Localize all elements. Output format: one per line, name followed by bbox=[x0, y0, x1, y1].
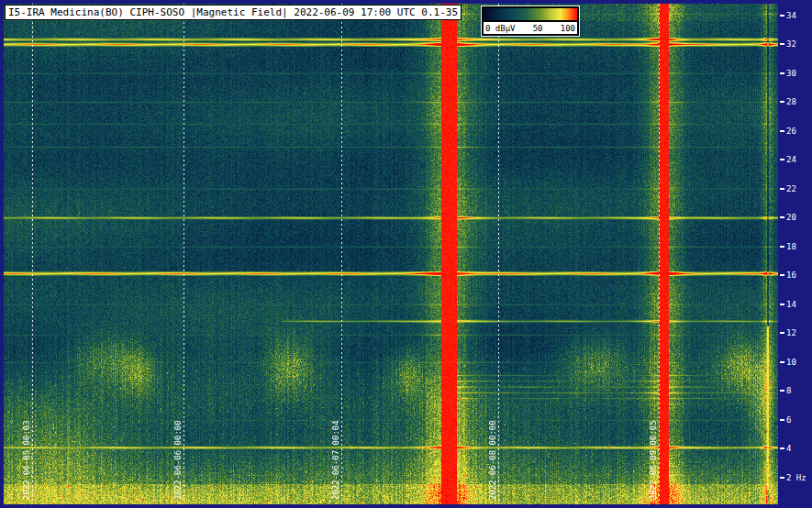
spectrogram-viewer: I5-IRA Medicina(BO) CIPH-SOSO |Magnetic … bbox=[0, 0, 812, 508]
tick-label: 12 bbox=[786, 328, 796, 337]
tick-mark bbox=[780, 246, 784, 248]
tick-label: 28 bbox=[786, 97, 796, 106]
colorbar-min-label: 0 dBµV bbox=[485, 24, 516, 33]
freq-tick: 34 bbox=[780, 11, 796, 20]
tick-label: 10 bbox=[786, 358, 796, 367]
tick-mark bbox=[780, 447, 784, 449]
tick-mark bbox=[780, 159, 784, 160]
tick-label: 26 bbox=[786, 127, 796, 136]
tick-mark bbox=[780, 101, 784, 103]
freq-tick: 10 bbox=[780, 358, 796, 367]
tick-mark bbox=[780, 390, 784, 392]
freq-tick: 28 bbox=[780, 97, 796, 106]
tick-mark bbox=[780, 188, 784, 190]
colorbar-mid-label: 50 bbox=[533, 24, 543, 33]
freq-tick: 6 bbox=[780, 415, 791, 425]
freq-tick: 26 bbox=[780, 127, 796, 136]
tick-mark bbox=[780, 332, 784, 334]
tick-mark bbox=[780, 15, 784, 17]
tick-mark bbox=[780, 361, 784, 363]
tick-mark bbox=[780, 274, 784, 276]
tick-label: 18 bbox=[786, 242, 796, 251]
tick-label: 8 bbox=[786, 386, 791, 395]
tick-label: 6 bbox=[786, 415, 791, 425]
tick-label: 30 bbox=[786, 69, 796, 78]
tick-mark bbox=[780, 304, 784, 305]
tick-label: 4 bbox=[786, 444, 791, 453]
freq-tick: 24 bbox=[780, 155, 796, 164]
tick-label: 14 bbox=[786, 300, 796, 309]
frequency-axis: 2 Hz46810121416182022242628303234 bbox=[778, 0, 812, 508]
freq-tick: 2 Hz bbox=[780, 473, 806, 482]
freq-tick: 14 bbox=[780, 300, 796, 309]
tick-mark bbox=[780, 43, 784, 45]
freq-tick: 16 bbox=[780, 271, 796, 280]
freq-tick: 32 bbox=[780, 39, 796, 49]
tick-label: 2 Hz bbox=[786, 473, 806, 482]
colorbar-legend: 0 dBµV 50 100 bbox=[481, 6, 580, 37]
colorbar-gradient bbox=[484, 8, 577, 20]
tick-mark bbox=[780, 216, 784, 218]
plot-title: I5-IRA Medicina(BO) CIPH-SOSO |Magnetic … bbox=[5, 5, 462, 20]
colorbar-labels: 0 dBµV 50 100 bbox=[484, 22, 577, 34]
tick-label: 34 bbox=[786, 11, 796, 20]
tick-label: 20 bbox=[786, 213, 796, 222]
tick-mark bbox=[780, 477, 784, 479]
tick-label: 24 bbox=[786, 155, 796, 164]
freq-tick: 12 bbox=[780, 328, 796, 337]
spectrogram-canvas bbox=[4, 4, 778, 504]
tick-label: 22 bbox=[786, 184, 796, 193]
tick-mark bbox=[780, 72, 784, 74]
tick-label: 16 bbox=[786, 271, 796, 280]
tick-mark bbox=[780, 419, 784, 421]
freq-tick: 8 bbox=[780, 386, 791, 395]
freq-tick: 20 bbox=[780, 213, 796, 222]
freq-tick: 18 bbox=[780, 242, 796, 251]
colorbar-max-label: 100 bbox=[561, 24, 575, 33]
freq-tick: 4 bbox=[780, 444, 791, 453]
freq-tick: 30 bbox=[780, 69, 796, 78]
tick-mark bbox=[780, 130, 784, 132]
tick-label: 32 bbox=[786, 39, 796, 49]
freq-tick: 22 bbox=[780, 184, 796, 193]
